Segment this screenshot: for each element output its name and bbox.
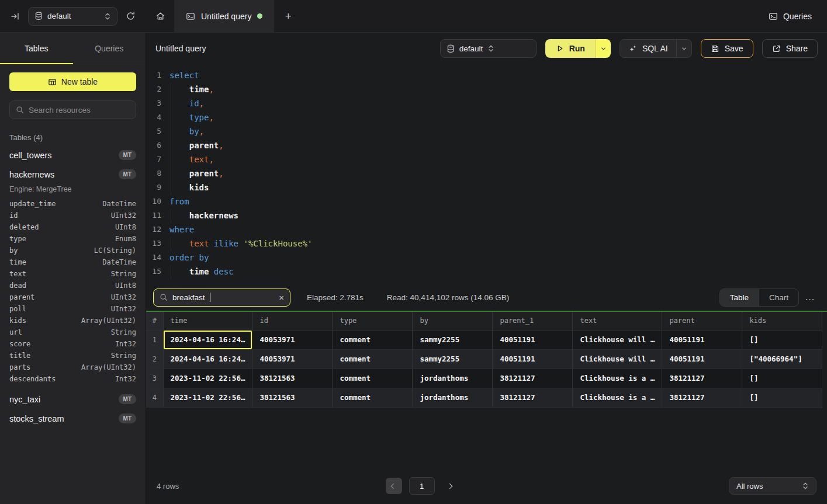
- results-panel: breakfast × Elapsed: 2.781s Read: 40,414…: [146, 284, 827, 504]
- cell[interactable]: comment: [333, 388, 413, 407]
- cell[interactable]: 38121127: [662, 388, 742, 407]
- cell[interactable]: 40051191: [493, 330, 573, 349]
- column-header-text[interactable]: text: [573, 312, 662, 330]
- cell[interactable]: jordanthoms: [413, 369, 493, 388]
- cell[interactable]: 2024-04-16 16:24…: [163, 330, 252, 349]
- share-button[interactable]: Share: [762, 39, 818, 58]
- table-columns-list: update_timeDateTimeidUInt32deletedUInt8t…: [9, 198, 136, 385]
- cell[interactable]: Clickhouse is a …: [573, 369, 662, 388]
- table-item-hackernews[interactable]: hackernewsMT: [9, 165, 136, 184]
- sidebar-tab-queries[interactable]: Queries: [73, 33, 146, 64]
- code-token: ilike: [214, 239, 238, 248]
- refresh-icon: [126, 11, 136, 21]
- cell[interactable]: 40051191: [662, 330, 742, 349]
- cell[interactable]: comment: [333, 349, 413, 369]
- next-page-button[interactable]: [442, 478, 458, 494]
- cell[interactable]: 40053971: [252, 349, 333, 369]
- cell[interactable]: 2024-04-16 16:24…: [163, 349, 252, 369]
- queries-button[interactable]: Queries: [769, 0, 812, 32]
- sidebar-search-input[interactable]: [29, 106, 132, 114]
- cell[interactable]: []: [742, 330, 822, 349]
- new-table-button-label: New table: [61, 77, 98, 86]
- table-item-nyc_taxi[interactable]: nyc_taxiMT: [9, 390, 136, 409]
- cell[interactable]: 2023-11-02 22:56…: [163, 369, 252, 388]
- sql-ai-button[interactable]: SQL AI: [620, 40, 676, 57]
- cell[interactable]: 38121127: [493, 369, 573, 388]
- cell[interactable]: comment: [333, 369, 413, 388]
- cell[interactable]: 40051191: [493, 349, 573, 369]
- column-header-by[interactable]: by: [413, 312, 493, 330]
- table-row[interactable]: 42023-11-02 22:56…38121563commentjordant…: [146, 388, 822, 407]
- code-token: text: [189, 239, 209, 248]
- home-tab[interactable]: [146, 0, 174, 32]
- cell[interactable]: 38121563: [252, 369, 333, 388]
- column-header-time[interactable]: time: [163, 312, 252, 330]
- chevron-down-icon: [600, 46, 607, 52]
- column-type: UInt32: [111, 211, 136, 220]
- collapse-sidebar-button[interactable]: [8, 9, 22, 23]
- code-token: kids: [189, 183, 209, 192]
- table-item-stocks_stream[interactable]: stocks_streamMT: [9, 409, 136, 428]
- cell[interactable]: ["40066964"]: [742, 349, 822, 369]
- cell[interactable]: 2023-11-02 22:56…: [163, 388, 252, 407]
- query-database-selector[interactable]: default: [440, 39, 537, 58]
- cell[interactable]: sammy2255: [413, 349, 493, 369]
- schema-column-row: scoreInt32: [9, 338, 136, 350]
- code-token: '%ClickHouse%': [243, 239, 312, 248]
- page-number-input[interactable]: 1: [409, 477, 435, 495]
- run-options-button[interactable]: [596, 39, 611, 58]
- new-tab-button[interactable]: +: [274, 0, 302, 32]
- table-name: stocks_stream: [9, 414, 64, 423]
- cell[interactable]: Clickhouse is a …: [573, 388, 662, 407]
- cell[interactable]: sammy2255: [413, 330, 493, 349]
- table-row[interactable]: 12024-04-16 16:24…40053971commentsammy22…: [146, 330, 822, 349]
- prev-page-button[interactable]: [386, 478, 402, 494]
- results-filter[interactable]: breakfast ×: [153, 289, 290, 307]
- cell[interactable]: comment: [333, 330, 413, 349]
- clear-filter-button[interactable]: ×: [279, 293, 284, 302]
- table-row[interactable]: 22024-04-16 16:24…40053971commentsammy22…: [146, 349, 822, 369]
- chart-view-button[interactable]: Chart: [759, 289, 798, 306]
- cell[interactable]: 40051191: [662, 349, 742, 369]
- sql-editor[interactable]: 1select2time,3id,4type,5by,6parent,7text…: [146, 64, 827, 284]
- code-token: id: [189, 99, 199, 108]
- cell[interactable]: []: [742, 369, 822, 388]
- column-header-type[interactable]: type: [333, 312, 413, 330]
- column-header-kids[interactable]: kids: [742, 312, 822, 330]
- cell[interactable]: []: [742, 388, 822, 407]
- column-type: DateTime: [102, 258, 136, 266]
- column-name: update_time: [9, 200, 56, 208]
- cell[interactable]: 38121127: [493, 388, 573, 407]
- rows-per-page-select[interactable]: All rows: [729, 477, 816, 495]
- cell[interactable]: 38121563: [252, 388, 333, 407]
- query-actions: default Run: [440, 39, 818, 58]
- cell[interactable]: Clickhouse will …: [573, 349, 662, 369]
- query-database-value: default: [459, 44, 483, 53]
- tab-untitled-query[interactable]: Untitled query: [174, 0, 274, 32]
- cell[interactable]: Clickhouse will …: [573, 330, 662, 349]
- cell[interactable]: jordanthoms: [413, 388, 493, 407]
- engine-badge: MT: [119, 169, 136, 179]
- column-header-id[interactable]: id: [252, 312, 333, 330]
- more-options-button[interactable]: …: [805, 291, 815, 303]
- grid-header-row: #timeidtypebyparent_1textparentkids: [146, 312, 822, 330]
- table-item-cell_towers[interactable]: cell_towersMT: [9, 145, 136, 165]
- run-button[interactable]: Run: [545, 39, 596, 58]
- table-row[interactable]: 32023-11-02 22:56…38121563commentjordant…: [146, 369, 822, 388]
- column-name: score: [9, 340, 30, 348]
- sql-ai-options-button[interactable]: [676, 40, 691, 57]
- tab-strip: Untitled query + Queries: [146, 0, 827, 32]
- column-header-index[interactable]: #: [146, 312, 163, 330]
- editor-line: 3id,: [146, 96, 827, 110]
- sidebar-tab-tables[interactable]: Tables: [0, 33, 73, 64]
- column-header-parent_1[interactable]: parent_1: [493, 312, 573, 330]
- refresh-button[interactable]: [123, 9, 138, 23]
- column-header-parent[interactable]: parent: [662, 312, 742, 330]
- cell[interactable]: 40053971: [252, 330, 333, 349]
- new-table-button[interactable]: New table: [9, 72, 136, 91]
- database-selector[interactable]: default: [28, 7, 117, 26]
- cell[interactable]: 38121127: [662, 369, 742, 388]
- table-view-button[interactable]: Table: [720, 289, 759, 306]
- save-button[interactable]: Save: [701, 39, 753, 58]
- code-token: order by: [169, 253, 209, 262]
